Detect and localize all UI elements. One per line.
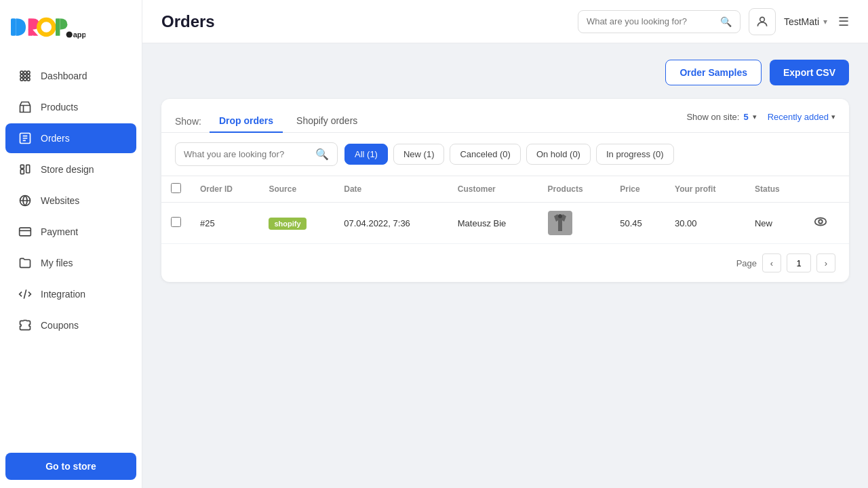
product-image — [548, 211, 572, 235]
global-search-input[interactable] — [587, 16, 715, 26]
filter-row: 🔍 All (1) New (1) Canceled (0) On hold (… — [161, 133, 849, 176]
svg-point-18 — [760, 17, 765, 22]
header-right: 🔍 TestMati ▾ ☰ — [578, 8, 849, 35]
page-label: Page — [736, 258, 757, 268]
svg-point-8 — [27, 71, 30, 74]
page-number-input[interactable] — [787, 253, 811, 272]
user-menu[interactable]: TestMati ▾ — [784, 16, 827, 27]
action-bar: Order Samples Export CSV — [161, 60, 849, 85]
recently-added-dropdown[interactable]: Recently added ▾ — [768, 112, 835, 122]
row-status: New — [745, 203, 804, 244]
sidebar: app Dashboard Products Orders — [0, 0, 142, 488]
svg-text:app: app — [73, 30, 85, 39]
chevron-down-icon: ▾ — [831, 113, 835, 121]
chevron-down-icon: ▾ — [823, 17, 827, 26]
sidebar-item-store-design[interactable]: Store design — [5, 155, 136, 184]
svg-point-21 — [815, 218, 827, 225]
sidebar-item-my-files[interactable]: My files — [5, 248, 136, 278]
tab-drop-orders[interactable]: Drop orders — [210, 110, 283, 133]
sidebar-item-integration[interactable]: Integration — [5, 279, 136, 309]
sidebar-item-orders-label: Orders — [41, 133, 70, 144]
col-profit: Your profit — [665, 176, 745, 203]
tab-shopify-orders[interactable]: Shopify orders — [287, 110, 367, 133]
hamburger-icon[interactable]: ☰ — [838, 14, 849, 29]
filter-tab-on-hold[interactable]: On hold (0) — [526, 144, 591, 165]
svg-point-7 — [24, 71, 26, 74]
svg-point-2 — [39, 20, 54, 35]
filter-tabs: All (1) New (1) Canceled (0) On hold (0)… — [344, 144, 674, 165]
websites-icon — [18, 193, 33, 208]
view-icon[interactable] — [813, 218, 828, 232]
show-on-site-label: Show on site: — [686, 112, 739, 122]
sidebar-item-products-label: Products — [41, 102, 78, 113]
sidebar-item-coupons[interactable]: Coupons — [5, 310, 136, 340]
show-on-site-value: 5 — [743, 112, 748, 122]
sidebar-item-payment[interactable]: Payment — [5, 217, 136, 247]
order-search-input[interactable] — [184, 149, 310, 159]
payment-icon — [18, 224, 33, 239]
user-avatar-button[interactable] — [749, 8, 776, 35]
shopify-badge: shopify — [269, 218, 306, 230]
orders-card: Show: Drop orders Shopify orders Show on… — [161, 99, 849, 282]
sidebar-item-coupons-label: Coupons — [41, 320, 79, 331]
col-order-id: Order ID — [191, 176, 259, 203]
products-icon — [18, 100, 33, 115]
logo-area: app — [0, 0, 142, 54]
export-csv-button[interactable]: Export CSV — [770, 60, 849, 85]
col-price: Price — [610, 176, 665, 203]
tabs-right: Show on site: 5 ▾ Recently added ▾ — [686, 112, 835, 130]
order-search-box[interactable]: 🔍 — [175, 142, 338, 166]
sidebar-item-payment-label: Payment — [41, 226, 78, 237]
tabs-row: Show: Drop orders Shopify orders Show on… — [161, 99, 849, 133]
sidebar-item-integration-label: Integration — [41, 289, 85, 300]
order-samples-button[interactable]: Order Samples — [665, 60, 762, 85]
select-all-header — [161, 176, 191, 203]
pagination-row: Page ‹ › — [161, 244, 849, 282]
sidebar-item-websites-label: Websites — [41, 195, 79, 206]
row-checkbox-cell — [161, 203, 191, 244]
row-products — [538, 203, 611, 244]
row-order-id: #25 — [191, 203, 259, 244]
filter-tab-new[interactable]: New (1) — [393, 144, 445, 165]
svg-rect-17 — [20, 228, 31, 236]
sidebar-footer: Go to store — [0, 442, 142, 488]
product-thumbnail — [548, 211, 572, 235]
sidebar-item-websites[interactable]: Websites — [5, 186, 136, 216]
svg-point-20 — [558, 214, 562, 218]
show-on-site: Show on site: 5 ▾ — [686, 112, 756, 122]
select-all-checkbox[interactable] — [171, 183, 181, 193]
sidebar-item-dashboard[interactable]: Dashboard — [5, 61, 136, 91]
prev-page-button[interactable]: ‹ — [762, 253, 781, 272]
row-profit: 30.00 — [665, 203, 745, 244]
go-to-store-button[interactable]: Go to store — [5, 453, 136, 480]
next-page-button[interactable]: › — [816, 253, 835, 272]
logo: app — [11, 12, 85, 42]
sidebar-item-orders[interactable]: Orders — [5, 123, 136, 153]
svg-point-14 — [27, 78, 30, 81]
sidebar-item-products[interactable]: Products — [5, 92, 136, 122]
filter-tab-all[interactable]: All (1) — [344, 144, 388, 165]
chevron-down-icon[interactable]: ▾ — [753, 113, 757, 121]
svg-point-6 — [20, 71, 23, 74]
show-label: Show: — [175, 116, 201, 127]
table-header-row: Order ID Source Date Customer Products P… — [161, 176, 849, 203]
search-icon: 🔍 — [315, 148, 329, 161]
col-products: Products — [538, 176, 611, 203]
col-customer: Customer — [448, 176, 538, 203]
row-customer: Mateusz Bie — [448, 203, 538, 244]
tabs-left: Show: Drop orders Shopify orders — [175, 110, 367, 132]
row-checkbox[interactable] — [171, 217, 181, 227]
sidebar-nav: Dashboard Products Orders Store design — [0, 54, 142, 442]
row-source: shopify — [259, 203, 334, 244]
table-row: #25 shopify 07.04.2022, 7:36 Mateusz Bie — [161, 203, 849, 244]
svg-rect-0 — [11, 18, 16, 36]
sidebar-item-my-files-label: My files — [41, 258, 73, 268]
row-view-action — [804, 203, 849, 244]
global-search-box[interactable]: 🔍 — [578, 10, 741, 33]
svg-point-4 — [66, 31, 73, 37]
filter-tab-canceled[interactable]: Canceled (0) — [450, 144, 520, 165]
svg-point-9 — [20, 75, 23, 77]
filter-tab-in-progress[interactable]: In progress (0) — [596, 144, 674, 165]
row-price: 50.45 — [610, 203, 665, 244]
eye-icon — [813, 214, 828, 229]
